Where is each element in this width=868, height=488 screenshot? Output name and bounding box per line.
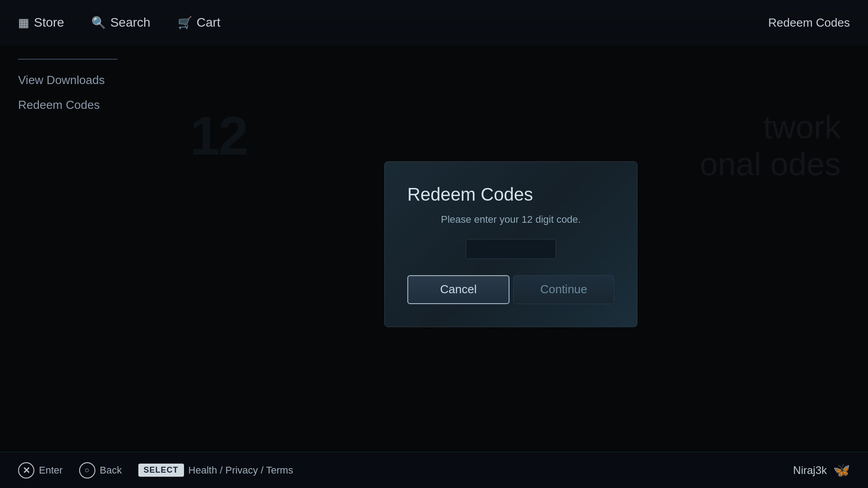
back-label: Back (100, 465, 122, 476)
butterfly-icon: 🦋 (833, 462, 850, 478)
select-badge: SELECT (138, 464, 184, 477)
modal-input-wrapper (407, 239, 614, 259)
enter-label: Enter (39, 465, 63, 476)
o-button-icon: ○ (79, 462, 95, 479)
links-label[interactable]: Health / Privacy / Terms (189, 465, 293, 476)
modal-overlay: Redeem Codes Please enter your 12 digit … (0, 0, 868, 488)
back-control: ○ Back (79, 462, 122, 479)
continue-button[interactable]: Continue (513, 275, 614, 304)
modal-title: Redeem Codes (407, 184, 614, 205)
cancel-button[interactable]: Cancel (407, 275, 509, 304)
redeem-codes-dialog: Redeem Codes Please enter your 12 digit … (384, 161, 637, 327)
modal-subtitle: Please enter your 12 digit code. (407, 214, 614, 225)
enter-control: ✕ Enter (18, 462, 63, 479)
username-label: Niraj3k (793, 464, 827, 477)
bottom-right: Niraj3k 🦋 (793, 462, 850, 478)
bottom-bar: ✕ Enter ○ Back SELECT Health / Privacy /… (0, 452, 868, 488)
select-control: SELECT Health / Privacy / Terms (138, 464, 293, 477)
modal-buttons: Cancel Continue (407, 275, 614, 304)
code-input[interactable] (466, 239, 556, 259)
x-button-icon: ✕ (18, 462, 34, 479)
